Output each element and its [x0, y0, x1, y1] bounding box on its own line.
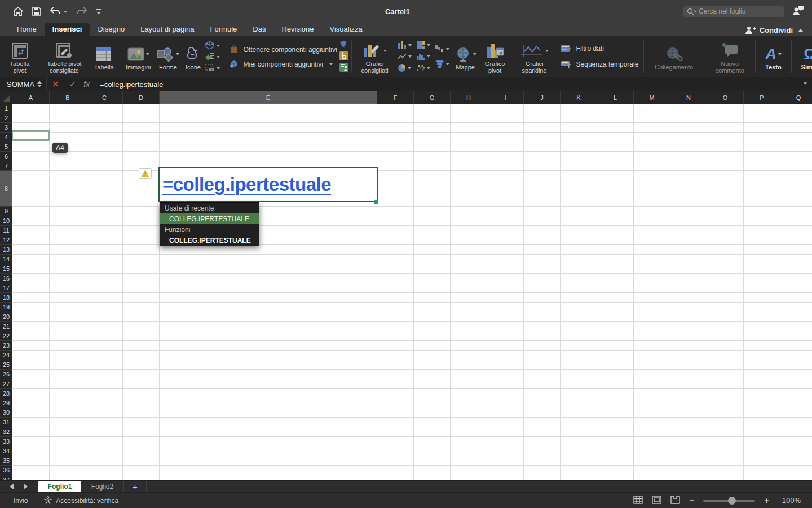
cell-J5[interactable]	[524, 142, 561, 152]
cell-I5[interactable]	[487, 142, 524, 152]
cell-P10[interactable]	[744, 216, 780, 226]
cell-G6[interactable]	[414, 152, 451, 161]
column-header-B[interactable]: B	[50, 91, 86, 104]
cell-K21[interactable]	[561, 322, 597, 331]
row-header-8[interactable]: 8	[0, 171, 12, 207]
cell-L1[interactable]	[597, 104, 634, 113]
cell-D9[interactable]	[123, 207, 160, 216]
cell-P24[interactable]	[744, 351, 780, 360]
cell-D19[interactable]	[123, 303, 160, 312]
cell-F27[interactable]	[377, 379, 414, 389]
cell-Q27[interactable]	[780, 379, 812, 389]
cell-F33[interactable]	[377, 437, 414, 446]
cell-F22[interactable]	[377, 331, 414, 341]
row-header-2[interactable]: 2	[0, 113, 12, 123]
cell-E37[interactable]	[160, 475, 377, 480]
cell-I3[interactable]	[487, 123, 524, 133]
cell-E5[interactable]	[160, 142, 377, 152]
cell-J23[interactable]	[524, 341, 561, 351]
cell-I32[interactable]	[487, 427, 524, 437]
cell-G15[interactable]	[414, 264, 451, 274]
cell-M7[interactable]	[634, 161, 670, 171]
cell-D18[interactable]	[123, 293, 160, 303]
cell-F21[interactable]	[377, 322, 414, 331]
cell-B28[interactable]	[50, 389, 86, 398]
column-header-F[interactable]: F	[377, 91, 414, 104]
bing-maps-icon[interactable]	[339, 51, 348, 63]
cell-A21[interactable]	[12, 322, 50, 331]
add-sheet-button[interactable]: +	[124, 481, 147, 492]
cell-B18[interactable]	[50, 293, 86, 303]
cell-I16[interactable]	[487, 274, 524, 283]
cell-L25[interactable]	[597, 360, 634, 370]
cell-D20[interactable]	[123, 312, 160, 322]
cell-L32[interactable]	[597, 427, 634, 437]
cell-M10[interactable]	[634, 216, 670, 226]
cell-J10[interactable]	[524, 216, 561, 226]
cell-J11[interactable]	[524, 226, 561, 235]
stepper-up-icon[interactable]	[37, 78, 42, 84]
cell-I9[interactable]	[487, 207, 524, 216]
cell-D34[interactable]	[123, 446, 160, 456]
cell-P19[interactable]	[744, 303, 780, 312]
search-input[interactable]: Cerca nel foglio	[683, 6, 784, 17]
cell-F29[interactable]	[377, 398, 414, 408]
name-box[interactable]: SOMMA	[0, 80, 36, 89]
cell-K30[interactable]	[561, 408, 597, 418]
row-header-36[interactable]: 36	[0, 466, 12, 475]
cell-A13[interactable]	[12, 245, 50, 255]
cell-F16[interactable]	[377, 274, 414, 283]
cell-I34[interactable]	[487, 446, 524, 456]
cell-G17[interactable]	[414, 283, 451, 293]
cell-B34[interactable]	[50, 446, 86, 456]
cell-L22[interactable]	[597, 331, 634, 341]
cell-F18[interactable]	[377, 293, 414, 303]
cell-A30[interactable]	[12, 408, 50, 418]
cancel-button[interactable]: ✕	[47, 79, 64, 89]
cell-L11[interactable]	[597, 226, 634, 235]
tab-revisione[interactable]: Revisione	[273, 23, 321, 36]
column-header-D[interactable]: D	[123, 91, 160, 104]
cell-H5[interactable]	[451, 142, 487, 152]
row-header-7[interactable]: 7	[0, 161, 12, 171]
cell-B30[interactable]	[50, 408, 86, 418]
cell-J37[interactable]	[524, 475, 561, 480]
cell-N25[interactable]	[670, 360, 707, 370]
cell-M35[interactable]	[634, 456, 670, 466]
cell-I13[interactable]	[487, 245, 524, 255]
cell-E14[interactable]	[160, 255, 377, 264]
cell-N21[interactable]	[670, 322, 707, 331]
cell-C37[interactable]	[86, 475, 123, 480]
cell-E23[interactable]	[160, 341, 377, 351]
cell-K34[interactable]	[561, 446, 597, 456]
cell-B13[interactable]	[50, 245, 86, 255]
cell-L7[interactable]	[597, 161, 634, 171]
cell-C32[interactable]	[86, 427, 123, 437]
cell-P13[interactable]	[744, 245, 780, 255]
sheet-prev-icon[interactable]	[7, 484, 14, 489]
cell-N16[interactable]	[670, 274, 707, 283]
new-comment-button[interactable]: Nuovo commento	[707, 40, 752, 74]
zoom-slider[interactable]	[703, 500, 755, 502]
cell-Q3[interactable]	[780, 123, 812, 133]
cell-M25[interactable]	[634, 360, 670, 370]
cell-N10[interactable]	[670, 216, 707, 226]
cell-C29[interactable]	[86, 398, 123, 408]
cell-Q8[interactable]	[780, 171, 812, 207]
cell-N8[interactable]	[670, 171, 707, 207]
cell-N6[interactable]	[670, 152, 707, 161]
cell-F32[interactable]	[377, 427, 414, 437]
cell-F15[interactable]	[377, 264, 414, 274]
cell-J19[interactable]	[524, 303, 561, 312]
cell-J3[interactable]	[524, 123, 561, 133]
cell-A23[interactable]	[12, 341, 50, 351]
row-header-37[interactable]: 37	[0, 475, 12, 480]
cell-F13[interactable]	[377, 245, 414, 255]
cell-I19[interactable]	[487, 303, 524, 312]
cell-P32[interactable]	[744, 427, 780, 437]
cell-D2[interactable]	[123, 113, 160, 123]
row-header-13[interactable]: 13	[0, 245, 12, 255]
column-header-Q[interactable]: Q	[780, 91, 812, 104]
cell-C33[interactable]	[86, 437, 123, 446]
cell-D25[interactable]	[123, 360, 160, 370]
